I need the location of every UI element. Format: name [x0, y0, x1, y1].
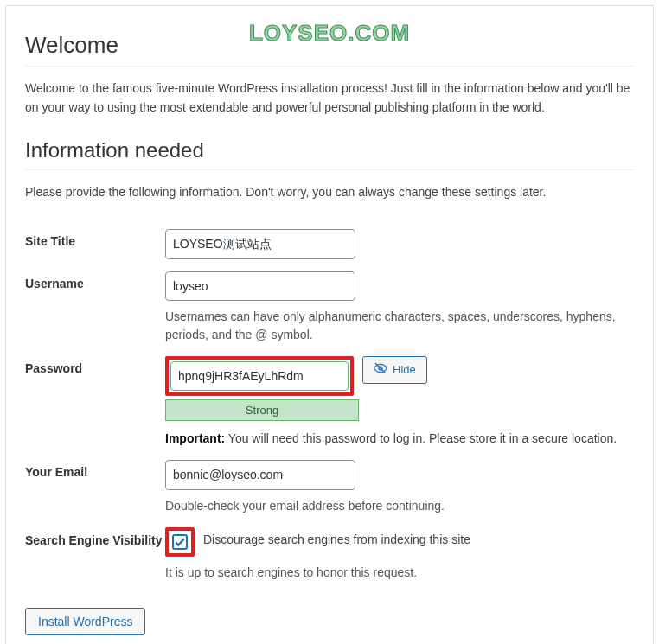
install-panel: LOYSEO.COM Welcome Welcome to the famous…	[5, 5, 654, 644]
visibility-label: Search Engine Visibility	[25, 527, 165, 550]
hide-password-label: Hide	[393, 363, 416, 376]
email-input[interactable]	[165, 460, 355, 489]
password-input[interactable]	[170, 361, 349, 391]
site-title-label: Site Title	[25, 229, 165, 248]
visibility-checkbox[interactable]	[172, 534, 188, 550]
check-icon	[174, 536, 186, 548]
install-form: Site Title Username Usernames can have o…	[25, 217, 634, 582]
password-label: Password	[25, 356, 165, 375]
password-note-strong: Important:	[165, 431, 225, 445]
email-hint: Double-check your email address before c…	[165, 497, 634, 515]
visibility-row: Search Engine Visibility Discourage sear…	[25, 515, 634, 582]
username-input[interactable]	[165, 271, 355, 301]
visibility-hint: It is up to search engines to honor this…	[165, 564, 634, 582]
info-heading: Information needed	[25, 138, 634, 170]
email-row: Your Email Double-check your email addre…	[25, 448, 634, 514]
install-wordpress-button[interactable]: Install WordPress	[25, 608, 145, 635]
username-hint: Usernames can have only alphanumeric cha…	[165, 308, 634, 344]
welcome-intro: Welcome to the famous five-minute WordPr…	[25, 79, 634, 118]
password-row: Password Hide	[25, 344, 634, 448]
welcome-heading: Welcome	[25, 32, 634, 67]
password-note: Important: You will need this password t…	[165, 430, 634, 448]
info-intro: Please provide the following information…	[25, 182, 634, 201]
site-title-input[interactable]	[165, 229, 355, 258]
visibility-checkbox-highlight	[165, 527, 195, 557]
username-row: Username Usernames can have only alphanu…	[25, 259, 634, 344]
username-label: Username	[25, 271, 165, 290]
visibility-checkbox-label: Discourage search engines from indexing …	[203, 527, 470, 546]
password-strength-meter: Strong	[165, 399, 359, 421]
eye-slash-icon	[374, 361, 387, 378]
password-highlight	[165, 356, 354, 396]
email-label: Your Email	[25, 460, 165, 479]
password-note-rest: You will need this password to log in. P…	[225, 431, 617, 445]
site-title-row: Site Title	[25, 217, 634, 258]
hide-password-button[interactable]: Hide	[362, 356, 427, 384]
